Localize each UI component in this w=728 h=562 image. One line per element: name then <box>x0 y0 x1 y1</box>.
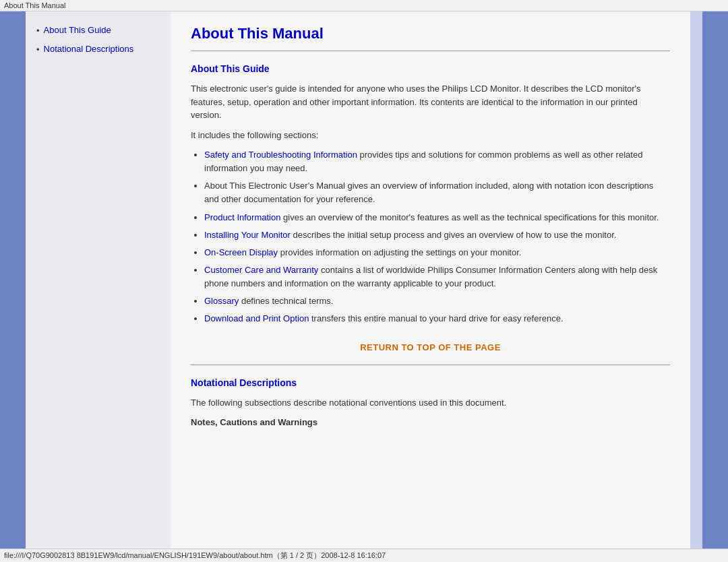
bullet-item-8: Download and Print Option transfers this… <box>204 312 670 325</box>
bullet-icon-2: • <box>36 44 40 55</box>
link-osd[interactable]: On-Screen Display <box>204 247 278 257</box>
right-accent-1 <box>690 11 702 549</box>
notational-section: Notational Descriptions The following su… <box>191 377 670 429</box>
content-area: About This Manual About This Guide This … <box>171 11 690 549</box>
notational-intro: The following subsections describe notat… <box>191 396 670 410</box>
bullet-item-4: Installing Your Monitor describes the in… <box>204 228 670 242</box>
bullet-item-5: On-Screen Display provides information o… <box>204 246 670 259</box>
bullet-item-6: Customer Care and Warranty contains a li… <box>204 263 670 290</box>
top-divider <box>191 51 670 51</box>
bullet-text-4: describes the initial setup process and … <box>291 230 616 240</box>
sidebar-link-notational[interactable]: Notational Descriptions <box>44 44 134 54</box>
sidebar-link-about[interactable]: About This Guide <box>44 25 111 35</box>
title-bar-text: About This Manual <box>4 1 66 9</box>
link-download[interactable]: Download and Print Option <box>204 313 309 323</box>
about-guide-title: About This Guide <box>191 63 670 74</box>
status-bar: file:///I/Q70G9002813 8B191EW9/lcd/manua… <box>0 549 728 562</box>
bullet-text-3: gives an overview of the monitor's featu… <box>280 212 659 222</box>
sidebar-item-about[interactable]: • About This Guide <box>36 25 162 36</box>
sidebar: • About This Guide • Notational Descript… <box>26 11 171 549</box>
about-guide-section: About This Guide This electronic user's … <box>191 63 670 326</box>
notational-subheading: Notes, Cautions and Warnings <box>191 416 670 429</box>
bullet-text-2: About This Electronic User's Manual give… <box>204 181 653 204</box>
about-guide-paragraph2: It includes the following sections: <box>191 129 670 142</box>
page-title: About This Manual <box>191 25 670 42</box>
status-bar-text: file:///I/Q70G9002813 8B191EW9/lcd/manua… <box>4 551 386 559</box>
bullet-item-2: About This Electronic User's Manual give… <box>204 179 670 206</box>
sidebar-item-notational[interactable]: • Notational Descriptions <box>36 44 162 55</box>
bullet-item-3: Product Information gives an overview of… <box>204 211 670 224</box>
link-glossary[interactable]: Glossary <box>204 296 239 306</box>
about-guide-intro: This electronic user's guide is intended… <box>191 82 670 122</box>
left-accent <box>0 11 26 549</box>
link-safety[interactable]: Safety and Troubleshooting Information <box>204 150 357 160</box>
link-customer-care[interactable]: Customer Care and Warranty <box>204 265 318 275</box>
bullet-item-1: Safety and Troubleshooting Information p… <box>204 148 670 175</box>
main-layout: • About This Guide • Notational Descript… <box>0 11 728 549</box>
link-installing[interactable]: Installing Your Monitor <box>204 230 291 240</box>
bullet-item-7: Glossary defines technical terms. <box>204 294 670 308</box>
bullet-text-5: provides information on adjusting the se… <box>278 247 521 257</box>
about-guide-bullets: Safety and Troubleshooting Information p… <box>204 148 670 326</box>
link-product[interactable]: Product Information <box>204 212 280 222</box>
right-accent-2 <box>702 11 728 549</box>
bottom-divider <box>191 365 670 365</box>
return-to-top-link[interactable]: RETURN TO TOP OF THE PAGE <box>191 342 670 352</box>
title-bar: About This Manual <box>0 0 728 11</box>
notational-title: Notational Descriptions <box>191 377 670 388</box>
bullet-text-8: transfers this entire manual to your har… <box>309 313 563 323</box>
bullet-icon: • <box>36 26 40 36</box>
bullet-text-7: defines technical terms. <box>239 296 333 306</box>
